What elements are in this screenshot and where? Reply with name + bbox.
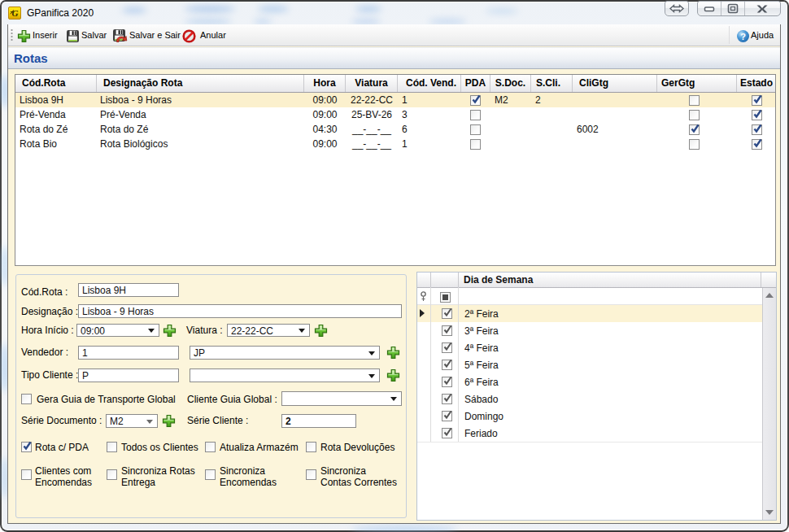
svg-text:G: G: [12, 8, 19, 18]
